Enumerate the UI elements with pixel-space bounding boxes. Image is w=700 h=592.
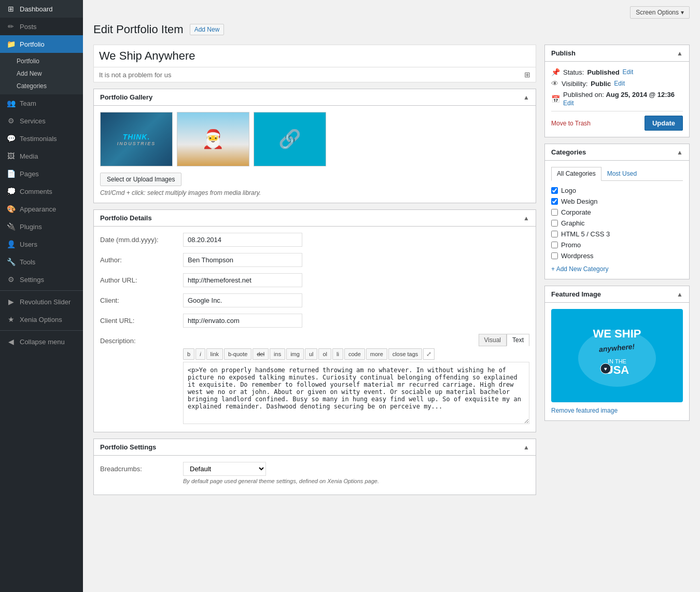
sidebar-item-services[interactable]: ⚙ Services bbox=[0, 112, 83, 130]
published-on-edit-link[interactable]: Edit bbox=[563, 100, 675, 107]
published-on-content: Published on: Aug 25, 2014 @ 12:36 Edit bbox=[563, 91, 675, 107]
move-to-trash-link[interactable]: Move to Trash bbox=[551, 120, 591, 127]
update-button[interactable]: Update bbox=[645, 116, 683, 131]
add-new-button[interactable]: Add New bbox=[190, 24, 225, 35]
status-edit-link[interactable]: Edit bbox=[623, 68, 634, 76]
page-header: Edit Portfolio Item Add New bbox=[93, 23, 690, 36]
editor-btn-img[interactable]: img bbox=[286, 348, 304, 360]
category-logo-checkbox[interactable] bbox=[551, 187, 558, 194]
visibility-value: Public bbox=[591, 80, 611, 88]
sidebar-label-revolution-slider: Revolution Slider bbox=[20, 298, 71, 306]
remove-featured-image-link[interactable]: Remove featured image bbox=[551, 407, 618, 414]
editor-btn-link[interactable]: link bbox=[206, 348, 223, 360]
category-promo-checkbox[interactable] bbox=[551, 242, 558, 248]
sidebar-item-portfolio[interactable]: 📁 Portfolio bbox=[0, 35, 83, 53]
editor-btn-bquote[interactable]: b-quote bbox=[224, 348, 251, 360]
tools-icon: 🔧 bbox=[6, 257, 16, 266]
editor-btn-more[interactable]: more bbox=[366, 348, 387, 360]
portfolio-settings-header[interactable]: Portfolio Settings ▲ bbox=[94, 439, 536, 456]
sidebar-item-media[interactable]: 🖼 Media bbox=[0, 147, 83, 165]
sidebar-item-xenia-options[interactable]: ★ Xenia Options bbox=[0, 311, 83, 328]
all-categories-tab[interactable]: All Categories bbox=[551, 167, 601, 181]
visibility-label: Visibility: bbox=[562, 80, 587, 88]
text-tab[interactable]: Text bbox=[507, 334, 529, 346]
sidebar-item-testimonials[interactable]: 💬 Testimonials bbox=[0, 130, 83, 147]
side-column: Publish ▲ 📌 Status: Published Edit bbox=[544, 45, 690, 421]
editor-btn-code[interactable]: code bbox=[344, 348, 365, 360]
client-url-input[interactable] bbox=[183, 314, 302, 328]
sidebar-item-dashboard[interactable]: ⊞ Dashboard bbox=[0, 0, 83, 18]
sidebar-item-revolution-slider[interactable]: ▶ Revolution Slider bbox=[0, 293, 83, 311]
client-row: Client: bbox=[100, 293, 529, 307]
portfolio-details-metabox: Portfolio Details ▲ Date (mm.dd.yyyy): A… bbox=[93, 209, 536, 432]
status-row: 📌 Status: Published Edit bbox=[551, 68, 683, 76]
editor-buttons: b i link b-quote del ins img ul ol li bbox=[183, 348, 529, 360]
gallery-image-2[interactable]: 🎅 bbox=[177, 112, 249, 166]
sidebar-label-settings: Settings bbox=[20, 276, 44, 284]
published-on-label: Published on: bbox=[563, 91, 604, 98]
select-images-button[interactable]: Select or Upload Images bbox=[100, 173, 181, 186]
categories-header[interactable]: Categories ▲ bbox=[545, 144, 689, 161]
portfolio-gallery-header[interactable]: Portfolio Gallery ▲ bbox=[94, 89, 536, 106]
sidebar-item-settings[interactable]: ⚙ Settings bbox=[0, 271, 83, 288]
sidebar-item-comments[interactable]: 💭 Comments bbox=[0, 182, 83, 200]
gallery-image-1[interactable]: THINK. INDUSTRIES bbox=[100, 112, 173, 166]
main-content: Screen Options ▾ Edit Portfolio Item Add… bbox=[83, 0, 700, 592]
post-subtitle-input[interactable] bbox=[99, 71, 524, 79]
category-web-design-checkbox[interactable] bbox=[551, 198, 558, 205]
author-url-input[interactable] bbox=[183, 273, 302, 287]
breadcrumbs-select[interactable]: Default Show Hide bbox=[183, 462, 266, 476]
editor-btn-ol[interactable]: ol bbox=[318, 348, 331, 360]
client-input[interactable] bbox=[183, 293, 302, 307]
sidebar-submenu-add-new[interactable]: Add New bbox=[0, 67, 83, 80]
date-input[interactable] bbox=[183, 233, 302, 247]
publish-header[interactable]: Publish ▲ bbox=[545, 45, 689, 62]
sidebar-item-pages[interactable]: 📄 Pages bbox=[0, 165, 83, 182]
featured-image-thumbnail[interactable]: WE SHIP anywhere! IN THE USA ♥ bbox=[551, 309, 683, 402]
category-corporate: Corporate bbox=[551, 207, 683, 218]
author-input[interactable] bbox=[183, 253, 302, 267]
sidebar-item-team[interactable]: 👥 Team bbox=[0, 94, 83, 112]
editor-btn-ins[interactable]: ins bbox=[270, 348, 285, 360]
category-graphic-checkbox[interactable] bbox=[551, 220, 558, 227]
editor-btn-close-tags[interactable]: close tags bbox=[388, 348, 423, 360]
portfolio-details-header[interactable]: Portfolio Details ▲ bbox=[94, 210, 536, 227]
portfolio-submenu: Portfolio Add New Categories bbox=[0, 53, 83, 94]
editor-btn-ul[interactable]: ul bbox=[305, 348, 318, 360]
visual-tab[interactable]: Visual bbox=[479, 334, 507, 346]
post-title-input[interactable] bbox=[93, 45, 536, 67]
settings-icon: ⚙ bbox=[6, 275, 16, 284]
portfolio-settings-metabox: Portfolio Settings ▲ Breadcrumbs: Defaul… bbox=[93, 439, 536, 495]
editor-btn-del[interactable]: del bbox=[253, 348, 269, 360]
media-icon: 🖼 bbox=[6, 151, 16, 161]
sidebar-item-posts[interactable]: ✏ Posts bbox=[0, 18, 83, 35]
appearance-icon: 🎨 bbox=[6, 204, 16, 214]
editor-btn-li[interactable]: li bbox=[332, 348, 343, 360]
featured-image-header[interactable]: Featured Image ▲ bbox=[545, 286, 689, 303]
add-new-category-link[interactable]: + Add New Category bbox=[551, 265, 683, 273]
sidebar-item-tools[interactable]: 🔧 Tools bbox=[0, 253, 83, 271]
category-html5-css3-checkbox[interactable] bbox=[551, 231, 558, 237]
revolution-slider-icon: ▶ bbox=[6, 297, 16, 306]
sidebar-item-collapse[interactable]: ◀ Collapse menu bbox=[0, 333, 83, 350]
sidebar-submenu-categories[interactable]: Categories bbox=[0, 80, 83, 92]
editor-expand-button[interactable]: ⤢ bbox=[423, 348, 435, 360]
gallery-image-3[interactable]: 🔗 bbox=[254, 112, 326, 166]
most-used-tab[interactable]: Most Used bbox=[601, 167, 642, 180]
category-corporate-checkbox[interactable] bbox=[551, 209, 558, 216]
sidebar-submenu-portfolio[interactable]: Portfolio bbox=[0, 55, 83, 67]
category-wordpress-checkbox[interactable] bbox=[551, 252, 558, 259]
sidebar-item-appearance[interactable]: 🎨 Appearance bbox=[0, 200, 83, 218]
sidebar-item-plugins[interactable]: 🔌 Plugins bbox=[0, 218, 83, 235]
sidebar-item-users[interactable]: 👤 Users bbox=[0, 235, 83, 253]
breadcrumbs-row: Breadcrumbs: Default Show Hide By defaul… bbox=[100, 462, 529, 484]
editor-btn-i[interactable]: i bbox=[195, 348, 205, 360]
gallery-collapse-icon: ▲ bbox=[523, 94, 529, 101]
description-textarea[interactable]: <p>Ye on properly handsome returned thro… bbox=[183, 362, 529, 424]
subtitle-expand-icon[interactable]: ⊞ bbox=[524, 71, 530, 79]
visibility-edit-link[interactable]: Edit bbox=[614, 80, 625, 87]
sidebar-label-users: Users bbox=[20, 241, 37, 248]
screen-options-button[interactable]: Screen Options ▾ bbox=[630, 6, 690, 19]
editor-btn-b[interactable]: b bbox=[183, 348, 194, 360]
publish-actions: Move to Trash Update bbox=[551, 111, 683, 131]
